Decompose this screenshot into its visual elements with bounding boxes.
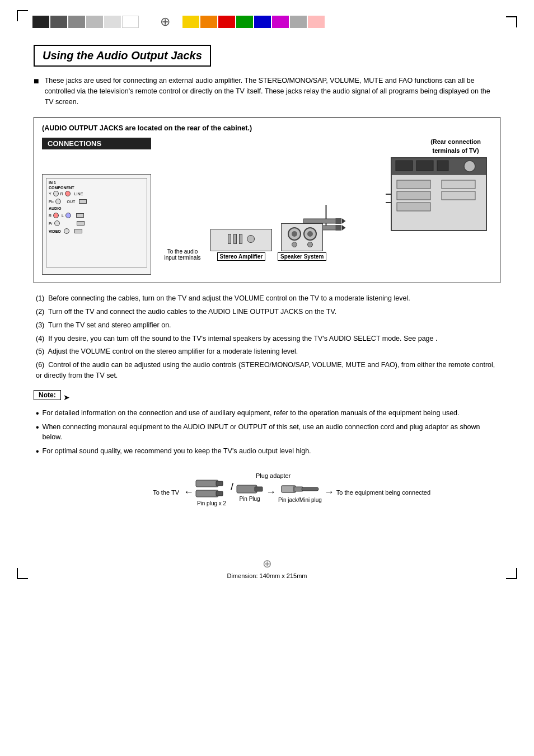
note-label: Note: bbox=[34, 390, 61, 400]
stereo-amp-label: Stereo Amplifier bbox=[217, 252, 266, 261]
tv-input-panel: IN 1 COMPONENT Y R LINE Pb OUT bbox=[42, 174, 151, 275]
color-bar-left bbox=[32, 16, 139, 28]
intro-text: These jacks are used for connecting an e… bbox=[45, 76, 500, 107]
slash-divider: / bbox=[231, 481, 233, 493]
notes-section: Note: ➤ • For detailed information on th… bbox=[34, 390, 500, 457]
dimension-label: Dimension: 140mm x 215mm bbox=[227, 572, 307, 579]
svg-rect-26 bbox=[255, 487, 263, 491]
svg-rect-3 bbox=[416, 161, 433, 171]
svg-point-5 bbox=[464, 161, 475, 172]
diagram-caption: (AUDIO OUTPUT JACKS are located on the r… bbox=[42, 124, 492, 132]
note-item-1: • For detailed information on the connec… bbox=[34, 408, 500, 419]
audio-to-label: To the audio input terminals bbox=[160, 248, 205, 261]
steps-list: (1) Before connecting the cables, turn o… bbox=[34, 293, 500, 381]
svg-rect-24 bbox=[216, 491, 223, 496]
pin-plug-x2-label: Pin plug x 2 bbox=[197, 500, 226, 506]
svg-rect-22 bbox=[216, 481, 223, 486]
right-arrow-icon: → bbox=[266, 486, 276, 498]
pin-jack-label: Pin jack/Mini plug bbox=[278, 497, 322, 503]
speaker-system bbox=[281, 223, 323, 251]
step-4: (4) If you desire, you can turn off the … bbox=[34, 334, 500, 344]
step-2: (2) Turn off the TV and connect the audi… bbox=[34, 307, 500, 317]
note-arrow: ➤ bbox=[63, 393, 70, 402]
left-arrow-icon: ← bbox=[184, 486, 194, 498]
svg-rect-4 bbox=[437, 161, 448, 171]
svg-rect-15 bbox=[304, 219, 338, 223]
step-1: (1) Before connecting the cables, turn o… bbox=[34, 293, 500, 304]
speaker-label: Speaker System bbox=[278, 252, 326, 261]
intro-bullet: ■ bbox=[34, 76, 39, 107]
corner-bottom-right bbox=[506, 568, 517, 579]
step-3: (3) Turn the TV set and stereo amplifier… bbox=[34, 320, 500, 331]
to-tv-label: To the TV bbox=[153, 489, 179, 496]
step-6: (6) Control of the audio can be adjusted… bbox=[34, 360, 500, 381]
svg-rect-25 bbox=[237, 485, 257, 493]
top-bar: ⊕ bbox=[0, 0, 534, 39]
main-content: Using the Audio Output Jacks ■ These jac… bbox=[0, 39, 534, 546]
pin-plug-x2-svg bbox=[195, 478, 228, 500]
intro-paragraph: ■ These jacks are used for connecting an… bbox=[34, 76, 500, 107]
pin-plug-label: Pin Plug bbox=[239, 496, 260, 502]
stereo-amplifier bbox=[210, 229, 272, 251]
right-arrow-icon-2: → bbox=[324, 486, 334, 498]
pin-plug-svg bbox=[236, 482, 264, 496]
note-item-2: • When connecting monaural equipment to … bbox=[34, 422, 500, 443]
svg-rect-29 bbox=[302, 487, 318, 491]
page-title: Using the Audio Output Jacks bbox=[43, 49, 202, 62]
step-5: (5) Adjust the VOLUME control on the ste… bbox=[34, 346, 500, 357]
connections-badge: CONNECTIONS bbox=[42, 138, 151, 149]
to-equipment-label: To the equipment being connected bbox=[336, 489, 381, 496]
title-box: Using the Audio Output Jacks bbox=[34, 45, 211, 67]
note-item-3: • For optimal sound quality, we recommen… bbox=[34, 446, 500, 457]
svg-rect-27 bbox=[282, 486, 296, 492]
color-bar-right bbox=[182, 16, 325, 28]
svg-rect-2 bbox=[396, 161, 413, 171]
plug-adapter-label: Plug adapter bbox=[256, 472, 291, 479]
svg-rect-23 bbox=[196, 490, 218, 497]
svg-rect-21 bbox=[196, 480, 218, 487]
pin-jack-svg bbox=[280, 481, 320, 497]
crosshair-icon: ⊕ bbox=[160, 15, 170, 29]
diagram-box: (AUDIO OUTPUT JACKS are located on the r… bbox=[34, 117, 500, 283]
corner-bottom-left bbox=[17, 568, 28, 579]
plug-diagram: Plug adapter To the TV ← bbox=[34, 467, 500, 529]
bottom-crosshair: ⊕ bbox=[263, 557, 272, 570]
